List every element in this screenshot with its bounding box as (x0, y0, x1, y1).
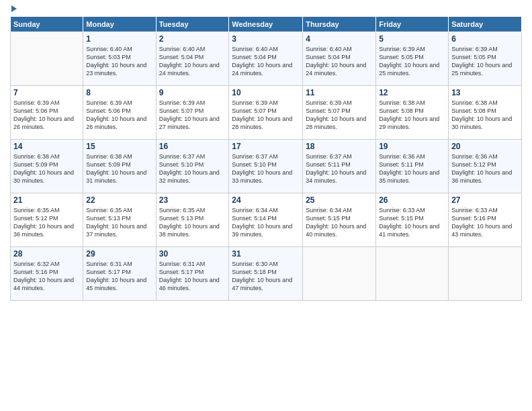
week-row-1: 1Sunrise: 6:40 AM Sunset: 5:03 PM Daylig… (11, 32, 522, 86)
day-info: Sunrise: 6:35 AM Sunset: 5:12 PM Dayligh… (13, 206, 80, 239)
page-header (10, 7, 522, 12)
calendar-cell: 18Sunrise: 6:37 AM Sunset: 5:11 PM Dayli… (303, 140, 376, 193)
day-number: 13 (451, 88, 519, 97)
day-info: Sunrise: 6:31 AM Sunset: 5:17 PM Dayligh… (159, 260, 226, 293)
week-row-4: 21Sunrise: 6:35 AM Sunset: 5:12 PM Dayli… (11, 193, 522, 247)
day-info: Sunrise: 6:37 AM Sunset: 5:10 PM Dayligh… (232, 152, 300, 185)
day-number: 4 (306, 34, 373, 44)
logo-triangle-icon (11, 5, 17, 12)
calendar-cell: 6Sunrise: 6:39 AM Sunset: 5:05 PM Daylig… (449, 32, 522, 86)
calendar-cell: 12Sunrise: 6:38 AM Sunset: 5:08 PM Dayli… (376, 86, 449, 140)
day-number: 12 (379, 88, 445, 97)
day-number: 23 (159, 195, 226, 205)
day-info: Sunrise: 6:39 AM Sunset: 5:07 PM Dayligh… (159, 99, 226, 132)
calendar-cell: 15Sunrise: 6:38 AM Sunset: 5:09 PM Dayli… (83, 140, 156, 193)
calendar-cell: 13Sunrise: 6:38 AM Sunset: 5:08 PM Dayli… (449, 86, 522, 140)
day-number: 31 (232, 249, 300, 259)
calendar-table: SundayMondayTuesdayWednesdayThursdayFrid… (10, 16, 522, 301)
calendar-cell: 3Sunrise: 6:40 AM Sunset: 5:04 PM Daylig… (229, 32, 303, 86)
day-info: Sunrise: 6:36 AM Sunset: 5:11 PM Dayligh… (379, 152, 445, 185)
day-info: Sunrise: 6:39 AM Sunset: 5:05 PM Dayligh… (379, 45, 445, 78)
day-number: 11 (306, 88, 373, 97)
calendar-cell: 26Sunrise: 6:33 AM Sunset: 5:15 PM Dayli… (376, 193, 449, 247)
day-number: 16 (159, 142, 226, 151)
day-info: Sunrise: 6:35 AM Sunset: 5:13 PM Dayligh… (86, 206, 152, 239)
day-number: 26 (379, 195, 445, 205)
day-number: 21 (13, 195, 80, 205)
calendar-cell (376, 247, 449, 301)
calendar-cell: 14Sunrise: 6:38 AM Sunset: 5:09 PM Dayli… (11, 140, 83, 193)
day-info: Sunrise: 6:34 AM Sunset: 5:14 PM Dayligh… (232, 206, 300, 239)
calendar-cell: 23Sunrise: 6:35 AM Sunset: 5:13 PM Dayli… (156, 193, 229, 247)
day-info: Sunrise: 6:38 AM Sunset: 5:09 PM Dayligh… (13, 152, 80, 185)
calendar-cell (303, 247, 376, 301)
day-number: 15 (86, 142, 152, 151)
calendar-cell: 11Sunrise: 6:39 AM Sunset: 5:07 PM Dayli… (303, 86, 376, 140)
calendar-cell: 31Sunrise: 6:30 AM Sunset: 5:18 PM Dayli… (229, 247, 303, 301)
day-number: 24 (232, 195, 300, 205)
day-info: Sunrise: 6:39 AM Sunset: 5:07 PM Dayligh… (232, 99, 300, 132)
logo-text (10, 7, 17, 12)
week-row-5: 28Sunrise: 6:32 AM Sunset: 5:16 PM Dayli… (11, 247, 522, 301)
day-info: Sunrise: 6:38 AM Sunset: 5:08 PM Dayligh… (451, 99, 519, 132)
day-number: 6 (451, 34, 519, 44)
day-number: 8 (86, 88, 152, 97)
day-info: Sunrise: 6:39 AM Sunset: 5:07 PM Dayligh… (306, 99, 373, 132)
day-number: 29 (86, 249, 152, 259)
calendar-header: SundayMondayTuesdayWednesdayThursdayFrid… (11, 17, 522, 32)
calendar-cell: 28Sunrise: 6:32 AM Sunset: 5:16 PM Dayli… (11, 247, 83, 301)
day-number: 30 (159, 249, 226, 259)
calendar-cell: 4Sunrise: 6:40 AM Sunset: 5:04 PM Daylig… (303, 32, 376, 86)
calendar-cell: 29Sunrise: 6:31 AM Sunset: 5:17 PM Dayli… (83, 247, 156, 301)
calendar-cell: 5Sunrise: 6:39 AM Sunset: 5:05 PM Daylig… (376, 32, 449, 86)
calendar-cell: 21Sunrise: 6:35 AM Sunset: 5:12 PM Dayli… (11, 193, 83, 247)
day-info: Sunrise: 6:35 AM Sunset: 5:13 PM Dayligh… (159, 206, 226, 239)
day-info: Sunrise: 6:37 AM Sunset: 5:11 PM Dayligh… (306, 152, 373, 185)
day-number: 2 (159, 34, 226, 44)
calendar-cell: 22Sunrise: 6:35 AM Sunset: 5:13 PM Dayli… (83, 193, 156, 247)
header-row: SundayMondayTuesdayWednesdayThursdayFrid… (11, 17, 522, 32)
day-number: 3 (232, 34, 300, 44)
calendar-cell: 8Sunrise: 6:39 AM Sunset: 5:06 PM Daylig… (83, 86, 156, 140)
day-number: 5 (379, 34, 445, 44)
col-header-wednesday: Wednesday (229, 17, 303, 32)
col-header-tuesday: Tuesday (156, 17, 229, 32)
calendar-cell: 7Sunrise: 6:39 AM Sunset: 5:06 PM Daylig… (11, 86, 83, 140)
day-number: 17 (232, 142, 300, 151)
calendar-cell: 17Sunrise: 6:37 AM Sunset: 5:10 PM Dayli… (229, 140, 303, 193)
calendar-cell (449, 247, 522, 301)
week-row-3: 14Sunrise: 6:38 AM Sunset: 5:09 PM Dayli… (11, 140, 522, 193)
calendar-cell: 9Sunrise: 6:39 AM Sunset: 5:07 PM Daylig… (156, 86, 229, 140)
day-info: Sunrise: 6:32 AM Sunset: 5:16 PM Dayligh… (13, 260, 80, 293)
day-number: 1 (86, 34, 152, 44)
day-info: Sunrise: 6:30 AM Sunset: 5:18 PM Dayligh… (232, 260, 300, 293)
day-info: Sunrise: 6:37 AM Sunset: 5:10 PM Dayligh… (159, 152, 226, 185)
calendar-body: 1Sunrise: 6:40 AM Sunset: 5:03 PM Daylig… (11, 32, 522, 301)
day-number: 20 (451, 142, 519, 151)
day-number: 14 (13, 142, 80, 151)
calendar-cell: 1Sunrise: 6:40 AM Sunset: 5:03 PM Daylig… (83, 32, 156, 86)
logo (10, 7, 17, 12)
day-info: Sunrise: 6:38 AM Sunset: 5:09 PM Dayligh… (86, 152, 152, 185)
day-info: Sunrise: 6:33 AM Sunset: 5:16 PM Dayligh… (451, 206, 519, 239)
calendar-page: SundayMondayTuesdayWednesdayThursdayFrid… (0, 0, 532, 411)
day-info: Sunrise: 6:40 AM Sunset: 5:04 PM Dayligh… (306, 45, 373, 78)
day-info: Sunrise: 6:39 AM Sunset: 5:06 PM Dayligh… (13, 99, 80, 132)
calendar-cell: 24Sunrise: 6:34 AM Sunset: 5:14 PM Dayli… (229, 193, 303, 247)
day-number: 9 (159, 88, 226, 97)
day-info: Sunrise: 6:39 AM Sunset: 5:05 PM Dayligh… (451, 45, 519, 78)
day-info: Sunrise: 6:40 AM Sunset: 5:04 PM Dayligh… (232, 45, 300, 78)
day-info: Sunrise: 6:40 AM Sunset: 5:03 PM Dayligh… (86, 45, 152, 78)
day-number: 18 (306, 142, 373, 151)
col-header-friday: Friday (376, 17, 449, 32)
day-info: Sunrise: 6:38 AM Sunset: 5:08 PM Dayligh… (379, 99, 445, 132)
day-number: 22 (86, 195, 152, 205)
day-info: Sunrise: 6:40 AM Sunset: 5:04 PM Dayligh… (159, 45, 226, 78)
col-header-sunday: Sunday (11, 17, 83, 32)
day-number: 19 (379, 142, 445, 151)
day-info: Sunrise: 6:31 AM Sunset: 5:17 PM Dayligh… (86, 260, 152, 293)
calendar-cell: 27Sunrise: 6:33 AM Sunset: 5:16 PM Dayli… (449, 193, 522, 247)
col-header-saturday: Saturday (449, 17, 522, 32)
col-header-thursday: Thursday (303, 17, 376, 32)
calendar-cell: 25Sunrise: 6:34 AM Sunset: 5:15 PM Dayli… (303, 193, 376, 247)
